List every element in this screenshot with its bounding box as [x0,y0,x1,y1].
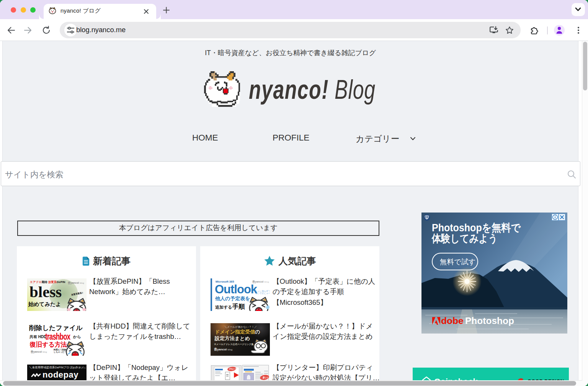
svg-text:無料で試す: 無料で試す [440,258,475,266]
svg-text:Photoshop: Photoshop [465,316,514,326]
svg-text:体験してみよう: 体験してみよう [431,232,498,244]
svg-text:dobe: dobe [441,316,464,326]
svg-text:Photoshopを無料で: Photoshopを無料で [432,222,521,234]
